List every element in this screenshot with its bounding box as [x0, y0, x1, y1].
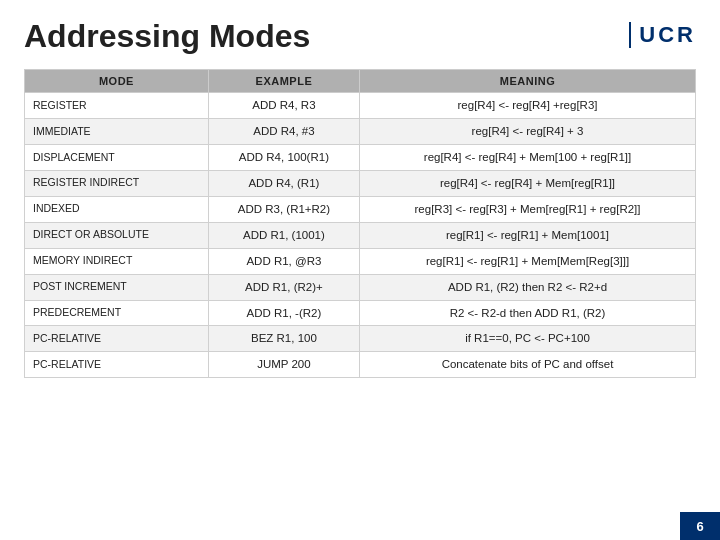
- cell-example: JUMP 200: [208, 352, 359, 378]
- cell-example: ADD R4, (R1): [208, 170, 359, 196]
- addressing-modes-table: MODE EXAMPLE MEANING REGISTERADD R4, R3r…: [24, 69, 696, 378]
- cell-example: ADD R4, R3: [208, 93, 359, 119]
- header: Addressing Modes UCR: [24, 18, 696, 55]
- table-header-row: MODE EXAMPLE MEANING: [25, 70, 696, 93]
- cell-mode: IMMEDIATE: [25, 118, 209, 144]
- cell-meaning: reg[R1] <- reg[R1] + Mem[1001]: [360, 222, 696, 248]
- page: Addressing Modes UCR MODE EXAMPLE MEANIN…: [0, 0, 720, 540]
- cell-example: ADD R4, #3: [208, 118, 359, 144]
- col-header-example: EXAMPLE: [208, 70, 359, 93]
- cell-example: ADD R3, (R1+R2): [208, 196, 359, 222]
- table-row: REGISTERADD R4, R3reg[R4] <- reg[R4] +re…: [25, 93, 696, 119]
- cell-meaning: reg[R4] <- reg[R4] + Mem[100 + reg[R1]]: [360, 144, 696, 170]
- cell-meaning: Concatenate bits of PC and offset: [360, 352, 696, 378]
- cell-mode: MEMORY INDIRECT: [25, 248, 209, 274]
- cell-meaning: reg[R3] <- reg[R3] + Mem[reg[R1] + reg[R…: [360, 196, 696, 222]
- cell-example: ADD R1, -(R2): [208, 300, 359, 326]
- table-row: MEMORY INDIRECTADD R1, @R3reg[R1] <- reg…: [25, 248, 696, 274]
- cell-meaning: if R1==0, PC <- PC+100: [360, 326, 696, 352]
- cell-meaning: reg[R4] <- reg[R4] +reg[R3]: [360, 93, 696, 119]
- cell-example: BEZ R1, 100: [208, 326, 359, 352]
- logo-text: UCR: [629, 22, 696, 48]
- page-title: Addressing Modes: [24, 18, 310, 55]
- cell-mode: INDEXED: [25, 196, 209, 222]
- page-number: 6: [696, 519, 703, 534]
- col-header-meaning: MEANING: [360, 70, 696, 93]
- table-row: PREDECREMENTADD R1, -(R2)R2 <- R2-d then…: [25, 300, 696, 326]
- logo: UCR: [629, 18, 696, 48]
- cell-example: ADD R1, (R2)+: [208, 274, 359, 300]
- cell-mode: REGISTER INDIRECT: [25, 170, 209, 196]
- table-row: REGISTER INDIRECTADD R4, (R1)reg[R4] <- …: [25, 170, 696, 196]
- cell-meaning: reg[R4] <- reg[R4] + Mem[reg[R1]]: [360, 170, 696, 196]
- cell-mode: DISPLACEMENT: [25, 144, 209, 170]
- table-row: IMMEDIATEADD R4, #3reg[R4] <- reg[R4] + …: [25, 118, 696, 144]
- cell-meaning: reg[R1] <- reg[R1] + Mem[Mem[Reg[3]]]: [360, 248, 696, 274]
- cell-meaning: R2 <- R2-d then ADD R1, (R2): [360, 300, 696, 326]
- cell-example: ADD R4, 100(R1): [208, 144, 359, 170]
- cell-mode: PC-RELATIVE: [25, 326, 209, 352]
- cell-example: ADD R1, (1001): [208, 222, 359, 248]
- table-row: DIRECT OR ABSOLUTEADD R1, (1001)reg[R1] …: [25, 222, 696, 248]
- cell-mode: PREDECREMENT: [25, 300, 209, 326]
- cell-mode: POST INCREMENT: [25, 274, 209, 300]
- cell-mode: PC-RELATIVE: [25, 352, 209, 378]
- cell-mode: REGISTER: [25, 93, 209, 119]
- cell-mode: DIRECT OR ABSOLUTE: [25, 222, 209, 248]
- page-number-bar: 6: [680, 512, 720, 540]
- table-row: DISPLACEMENTADD R4, 100(R1)reg[R4] <- re…: [25, 144, 696, 170]
- cell-meaning: ADD R1, (R2) then R2 <- R2+d: [360, 274, 696, 300]
- cell-meaning: reg[R4] <- reg[R4] + 3: [360, 118, 696, 144]
- table-row: PC-RELATIVEBEZ R1, 100if R1==0, PC <- PC…: [25, 326, 696, 352]
- col-header-mode: MODE: [25, 70, 209, 93]
- cell-example: ADD R1, @R3: [208, 248, 359, 274]
- table-row: PC-RELATIVEJUMP 200Concatenate bits of P…: [25, 352, 696, 378]
- table-row: POST INCREMENTADD R1, (R2)+ADD R1, (R2) …: [25, 274, 696, 300]
- table-row: INDEXEDADD R3, (R1+R2)reg[R3] <- reg[R3]…: [25, 196, 696, 222]
